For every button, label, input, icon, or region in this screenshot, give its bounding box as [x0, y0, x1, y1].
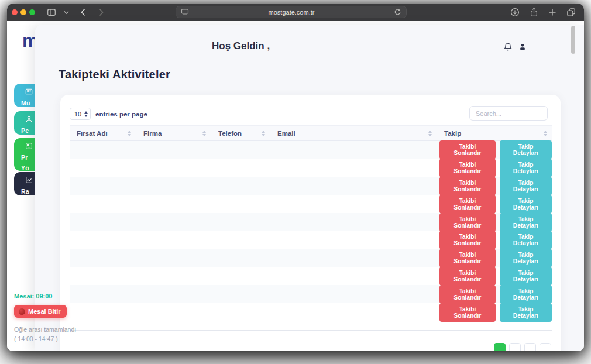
- bell-icon[interactable]: [503, 42, 513, 52]
- browser-titlebar: mostgate.com.tr: [7, 4, 584, 21]
- table-cell-empty: [70, 177, 136, 195]
- table-row: Takibi SonlandırTakip Detayları: [70, 303, 552, 321]
- table-cell-empty: [270, 195, 437, 213]
- new-tab-icon[interactable]: [548, 8, 556, 16]
- table-cell-empty: [211, 177, 270, 195]
- follow-details-button[interactable]: Takip Detayları: [500, 249, 552, 267]
- follow-details-button[interactable]: Takip Detayları: [500, 140, 552, 159]
- close-window-button[interactable]: [12, 9, 18, 15]
- entries-select-value: 10: [74, 111, 81, 118]
- shift-block: Mesai: 09:00 Mesai Bitir Öğle arası tama…: [14, 293, 84, 344]
- end-follow-button[interactable]: Takibi Sonlandır: [439, 177, 496, 195]
- table-row: Takibi SonlandırTakip Detayları: [70, 285, 552, 303]
- table-row: Takibi SonlandırTakip Detayları: [70, 177, 552, 195]
- shift-time-label: Mesai: 09:00: [14, 293, 84, 300]
- end-follow-button[interactable]: Takibi Sonlandır: [439, 285, 496, 304]
- follow-details-button[interactable]: Takip Detayları: [500, 213, 552, 232]
- table-cell-empty: [270, 141, 437, 159]
- back-icon[interactable]: [80, 8, 86, 16]
- table-cell-empty: [211, 285, 270, 303]
- window-controls: [12, 9, 35, 15]
- follow-details-button[interactable]: Takip Detayları: [500, 159, 552, 177]
- follow-details-button[interactable]: Takip Detayları: [500, 195, 552, 214]
- entries-per-page: 10 entries per page: [70, 108, 147, 120]
- page-button[interactable]: [524, 343, 536, 351]
- scrollbar-thumb[interactable]: [571, 26, 575, 54]
- table-cell-empty: [136, 213, 211, 231]
- table-row: Takibi SonlandırTakip Detayları: [70, 195, 552, 213]
- follow-details-button[interactable]: Takip Detayları: [500, 303, 552, 322]
- follow-details-button[interactable]: Takip Detayları: [500, 177, 552, 195]
- table-cell-empty: [211, 267, 270, 286]
- break-note-line1: Öğle arası tamamlandı: [14, 325, 84, 335]
- reload-icon[interactable]: [394, 8, 401, 16]
- follow-details-button[interactable]: Takip Detayları: [500, 267, 552, 286]
- table-cell-empty: [211, 195, 270, 213]
- entries-label: entries per page: [95, 111, 147, 118]
- table-cell-empty: [70, 213, 136, 231]
- table-cell-takip: Takibi SonlandırTakip Detayları: [437, 303, 552, 321]
- table-cell-empty: [211, 159, 270, 177]
- table-cell-empty: [211, 141, 270, 159]
- table-cell-takip: Takibi SonlandırTakip Detayları: [437, 249, 552, 267]
- end-shift-label: Mesai Bitir: [28, 308, 61, 315]
- page-title: Takipteki Aktiviteler: [59, 68, 170, 81]
- end-follow-button[interactable]: Takibi Sonlandır: [439, 140, 496, 159]
- sidebar-item-label: Ra: [21, 188, 29, 195]
- zoom-window-button[interactable]: [29, 9, 35, 15]
- sort-icon: [428, 131, 432, 136]
- address-bar[interactable]: mostgate.com.tr: [176, 6, 407, 18]
- search-input[interactable]: [469, 106, 548, 121]
- end-follow-button[interactable]: Takibi Sonlandır: [439, 195, 496, 214]
- table-cell-takip: Takibi SonlandırTakip Detayları: [437, 213, 552, 231]
- follow-details-button[interactable]: Takip Detayları: [500, 231, 552, 249]
- table-cell-empty: [211, 303, 270, 321]
- table-cell-empty: [136, 195, 211, 213]
- table-row: Takibi SonlandırTakip Detayları: [70, 213, 552, 231]
- end-follow-button[interactable]: Takibi Sonlandır: [439, 249, 496, 267]
- tab-overview-icon[interactable]: [566, 8, 576, 17]
- forward-icon[interactable]: [98, 8, 104, 16]
- column-header-email[interactable]: Email: [270, 126, 437, 140]
- column-header-firsat-adi[interactable]: Fırsat Adı: [70, 126, 136, 140]
- table-cell-empty: [70, 249, 136, 267]
- table-cell-empty: [136, 267, 211, 286]
- download-icon[interactable]: [510, 8, 520, 17]
- follow-details-button[interactable]: Takip Detayları: [500, 285, 552, 304]
- end-follow-button[interactable]: Takibi Sonlandır: [439, 231, 496, 249]
- sidebar-icon[interactable]: [47, 8, 56, 17]
- page-button[interactable]: [540, 343, 551, 351]
- sort-icon: [544, 131, 547, 136]
- page-button[interactable]: [494, 343, 506, 351]
- entries-select[interactable]: 10: [70, 108, 91, 120]
- column-header-telefon[interactable]: Telefon: [211, 126, 270, 140]
- table-cell-empty: [211, 213, 270, 231]
- chevron-down-icon[interactable]: [64, 11, 69, 15]
- page-button[interactable]: [509, 343, 521, 351]
- url-text: mostgate.com.tr: [189, 9, 394, 16]
- main-panel: Hoş Geldin , Takipteki Aktiviteler: [35, 25, 584, 351]
- user-icon[interactable]: [518, 43, 527, 51]
- sidebar-item-label: Pe: [21, 127, 29, 134]
- table-cell-takip: Takibi SonlandırTakip Detayları: [437, 285, 552, 303]
- stepper-icon: [84, 111, 88, 117]
- table-cell-takip: Takibi SonlandırTakip Detayları: [437, 141, 552, 159]
- end-follow-button[interactable]: Takibi Sonlandır: [439, 213, 496, 232]
- table-cell-empty: [136, 177, 211, 195]
- end-follow-button[interactable]: Takibi Sonlandır: [439, 159, 496, 177]
- share-icon[interactable]: [530, 8, 538, 17]
- end-follow-button[interactable]: Takibi Sonlandır: [439, 303, 496, 322]
- table-bottom-border: [70, 321, 552, 331]
- table-cell-empty: [270, 303, 437, 321]
- end-shift-button[interactable]: Mesai Bitir: [14, 305, 67, 318]
- minimize-window-button[interactable]: [20, 9, 26, 15]
- column-header-takip[interactable]: Takip: [437, 126, 552, 140]
- table-header: Fırsat Adı Firma Telefon Email: [70, 125, 552, 141]
- column-header-firma[interactable]: Firma: [136, 126, 211, 140]
- table-cell-takip: Takibi SonlandırTakip Detayları: [437, 195, 552, 213]
- table-row: Takibi SonlandırTakip Detayları: [70, 231, 552, 249]
- end-follow-button[interactable]: Takibi Sonlandır: [439, 267, 496, 286]
- sort-icon: [128, 131, 131, 136]
- table-cell-empty: [270, 177, 437, 195]
- stop-circle-icon: [19, 308, 25, 315]
